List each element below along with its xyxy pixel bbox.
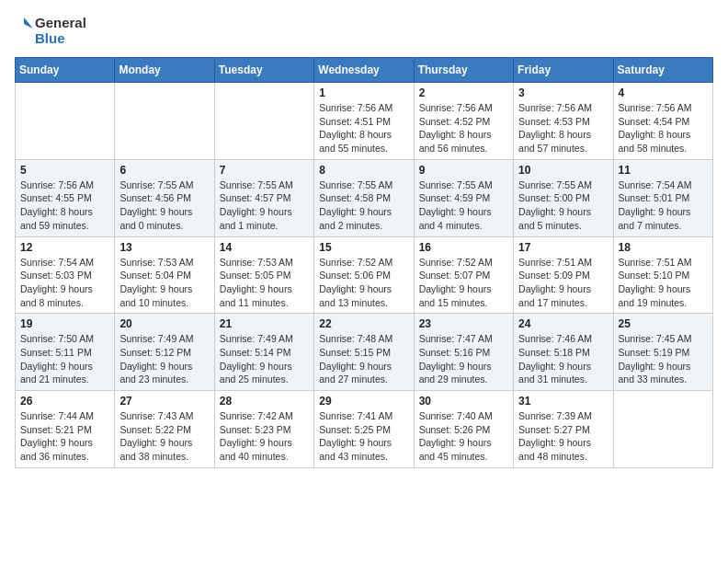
calendar-cell: 23Sunrise: 7:47 AM Sunset: 5:16 PM Dayli… <box>414 314 513 391</box>
calendar-header: SundayMondayTuesdayWednesdayThursdayFrid… <box>16 58 713 83</box>
day-info: Sunrise: 7:53 AM Sunset: 5:05 PM Dayligh… <box>220 256 309 310</box>
calendar-cell: 19Sunrise: 7:50 AM Sunset: 5:11 PM Dayli… <box>16 314 115 391</box>
calendar-cell: 24Sunrise: 7:46 AM Sunset: 5:18 PM Dayli… <box>514 314 613 391</box>
day-of-week-header: Saturday <box>613 58 712 83</box>
day-info: Sunrise: 7:55 AM Sunset: 4:57 PM Dayligh… <box>220 178 309 233</box>
calendar-cell: 10Sunrise: 7:55 AM Sunset: 5:00 PM Dayli… <box>514 159 613 236</box>
day-number: 11 <box>619 164 708 177</box>
calendar-cell: 17Sunrise: 7:51 AM Sunset: 5:09 PM Dayli… <box>514 236 613 314</box>
day-info: Sunrise: 7:50 AM Sunset: 5:11 PM Dayligh… <box>20 332 109 386</box>
day-number: 4 <box>619 86 708 99</box>
logo-blue-text: Blue <box>35 30 86 46</box>
day-number: 21 <box>220 317 309 330</box>
logo: General Blue <box>15 15 86 46</box>
day-number: 18 <box>619 241 708 254</box>
calendar-cell: 6Sunrise: 7:55 AM Sunset: 4:56 PM Daylig… <box>115 159 214 236</box>
calendar-cell <box>214 83 313 160</box>
day-number: 8 <box>319 164 408 177</box>
day-number: 31 <box>518 395 608 408</box>
logo-general-text: General <box>35 15 86 30</box>
calendar-cell: 20Sunrise: 7:49 AM Sunset: 5:12 PM Dayli… <box>115 314 214 391</box>
day-number: 13 <box>119 241 209 254</box>
day-info: Sunrise: 7:42 AM Sunset: 5:23 PM Dayligh… <box>220 409 309 464</box>
day-info: Sunrise: 7:39 AM Sunset: 5:27 PM Dayligh… <box>518 409 608 464</box>
calendar-week-row: 26Sunrise: 7:44 AM Sunset: 5:21 PM Dayli… <box>16 391 713 468</box>
calendar-cell: 5Sunrise: 7:56 AM Sunset: 4:55 PM Daylig… <box>16 159 115 236</box>
calendar-cell: 27Sunrise: 7:43 AM Sunset: 5:22 PM Dayli… <box>115 391 214 468</box>
day-number: 19 <box>20 317 109 330</box>
day-number: 22 <box>319 317 408 330</box>
calendar-week-row: 1Sunrise: 7:56 AM Sunset: 4:51 PM Daylig… <box>16 83 713 160</box>
day-number: 7 <box>220 164 309 177</box>
day-info: Sunrise: 7:55 AM Sunset: 4:56 PM Dayligh… <box>119 178 209 233</box>
calendar-cell: 16Sunrise: 7:52 AM Sunset: 5:07 PM Dayli… <box>414 236 513 314</box>
day-number: 3 <box>518 86 608 99</box>
calendar-cell: 26Sunrise: 7:44 AM Sunset: 5:21 PM Dayli… <box>16 391 115 468</box>
calendar-cell: 14Sunrise: 7:53 AM Sunset: 5:05 PM Dayli… <box>214 236 313 314</box>
calendar-cell: 4Sunrise: 7:56 AM Sunset: 4:54 PM Daylig… <box>613 83 712 160</box>
calendar-cell: 28Sunrise: 7:42 AM Sunset: 5:23 PM Dayli… <box>214 391 313 468</box>
day-number: 29 <box>319 395 408 408</box>
day-info: Sunrise: 7:55 AM Sunset: 4:59 PM Dayligh… <box>419 178 508 233</box>
day-info: Sunrise: 7:55 AM Sunset: 4:58 PM Dayligh… <box>319 178 408 233</box>
day-of-week-header: Sunday <box>16 58 115 83</box>
day-number: 20 <box>119 317 209 330</box>
calendar-cell: 30Sunrise: 7:40 AM Sunset: 5:26 PM Dayli… <box>414 391 513 468</box>
calendar-cell: 9Sunrise: 7:55 AM Sunset: 4:59 PM Daylig… <box>414 159 513 236</box>
day-info: Sunrise: 7:52 AM Sunset: 5:07 PM Dayligh… <box>419 256 508 310</box>
day-info: Sunrise: 7:55 AM Sunset: 5:00 PM Dayligh… <box>518 178 608 233</box>
day-number: 28 <box>220 395 309 408</box>
day-of-week-header: Friday <box>514 58 613 83</box>
day-info: Sunrise: 7:54 AM Sunset: 5:01 PM Dayligh… <box>619 178 708 233</box>
day-number: 15 <box>319 241 408 254</box>
calendar-cell <box>613 391 712 468</box>
calendar-cell <box>16 83 115 160</box>
day-number: 6 <box>119 164 209 177</box>
calendar-cell: 21Sunrise: 7:49 AM Sunset: 5:14 PM Dayli… <box>214 314 313 391</box>
calendar-table: SundayMondayTuesdayWednesdayThursdayFrid… <box>15 57 713 468</box>
calendar-week-row: 19Sunrise: 7:50 AM Sunset: 5:11 PM Dayli… <box>16 314 713 391</box>
day-number: 23 <box>419 317 508 330</box>
day-info: Sunrise: 7:56 AM Sunset: 4:51 PM Dayligh… <box>319 101 408 155</box>
calendar-cell: 22Sunrise: 7:48 AM Sunset: 5:15 PM Dayli… <box>314 314 414 391</box>
calendar-cell: 29Sunrise: 7:41 AM Sunset: 5:25 PM Dayli… <box>314 391 414 468</box>
day-of-week-header: Monday <box>115 58 214 83</box>
day-number: 26 <box>20 395 109 408</box>
day-info: Sunrise: 7:54 AM Sunset: 5:03 PM Dayligh… <box>20 256 109 310</box>
calendar-cell: 12Sunrise: 7:54 AM Sunset: 5:03 PM Dayli… <box>16 236 115 314</box>
calendar-cell: 2Sunrise: 7:56 AM Sunset: 4:52 PM Daylig… <box>414 83 513 160</box>
day-info: Sunrise: 7:56 AM Sunset: 4:54 PM Dayligh… <box>619 101 708 155</box>
calendar-week-row: 5Sunrise: 7:56 AM Sunset: 4:55 PM Daylig… <box>16 159 713 236</box>
day-info: Sunrise: 7:45 AM Sunset: 5:19 PM Dayligh… <box>619 332 708 386</box>
day-number: 25 <box>619 317 708 330</box>
day-of-week-header: Thursday <box>414 58 513 83</box>
svg-marker-0 <box>24 17 33 29</box>
day-info: Sunrise: 7:56 AM Sunset: 4:53 PM Dayligh… <box>518 101 608 155</box>
day-number: 24 <box>518 317 608 330</box>
calendar-cell: 1Sunrise: 7:56 AM Sunset: 4:51 PM Daylig… <box>314 83 414 160</box>
calendar-cell: 3Sunrise: 7:56 AM Sunset: 4:53 PM Daylig… <box>514 83 613 160</box>
day-number: 2 <box>419 86 508 99</box>
day-info: Sunrise: 7:48 AM Sunset: 5:15 PM Dayligh… <box>319 332 408 386</box>
day-info: Sunrise: 7:53 AM Sunset: 5:04 PM Dayligh… <box>119 256 209 310</box>
calendar-cell: 7Sunrise: 7:55 AM Sunset: 4:57 PM Daylig… <box>214 159 313 236</box>
page-header: General Blue <box>15 15 713 46</box>
day-number: 5 <box>20 164 109 177</box>
day-of-week-header: Wednesday <box>314 58 414 83</box>
day-number: 17 <box>518 241 608 254</box>
day-info: Sunrise: 7:49 AM Sunset: 5:12 PM Dayligh… <box>119 332 209 386</box>
day-info: Sunrise: 7:51 AM Sunset: 5:09 PM Dayligh… <box>518 256 608 310</box>
day-info: Sunrise: 7:47 AM Sunset: 5:16 PM Dayligh… <box>419 332 508 386</box>
day-header-row: SundayMondayTuesdayWednesdayThursdayFrid… <box>16 58 713 83</box>
calendar-cell: 11Sunrise: 7:54 AM Sunset: 5:01 PM Dayli… <box>613 159 712 236</box>
day-number: 30 <box>419 395 508 408</box>
calendar-cell: 15Sunrise: 7:52 AM Sunset: 5:06 PM Dayli… <box>314 236 414 314</box>
day-info: Sunrise: 7:51 AM Sunset: 5:10 PM Dayligh… <box>619 256 708 310</box>
day-info: Sunrise: 7:46 AM Sunset: 5:18 PM Dayligh… <box>518 332 608 386</box>
day-number: 27 <box>119 395 209 408</box>
day-number: 12 <box>20 241 109 254</box>
day-info: Sunrise: 7:52 AM Sunset: 5:06 PM Dayligh… <box>319 256 408 310</box>
day-info: Sunrise: 7:43 AM Sunset: 5:22 PM Dayligh… <box>119 409 209 464</box>
calendar-week-row: 12Sunrise: 7:54 AM Sunset: 5:03 PM Dayli… <box>16 236 713 314</box>
day-info: Sunrise: 7:56 AM Sunset: 4:55 PM Dayligh… <box>20 178 109 233</box>
